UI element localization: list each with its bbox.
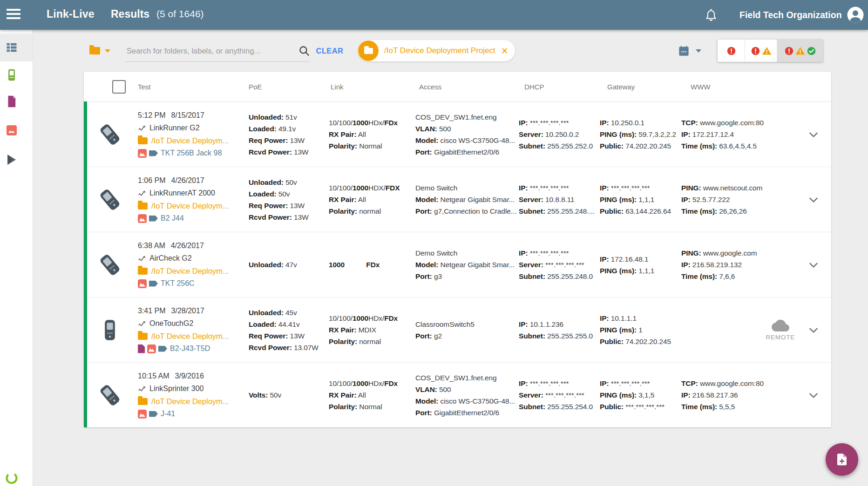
expand-chevron-icon[interactable]	[807, 128, 821, 142]
result-time: 5:12 PM	[138, 111, 166, 120]
sidebar-item-photos-image[interactable]	[0, 116, 33, 144]
folder-icon	[138, 137, 148, 144]
cable-test-icon	[138, 254, 146, 263]
poe-cell: Volts: 50v	[247, 389, 327, 401]
status-filter-group	[718, 40, 823, 62]
date-range-dropdown[interactable]	[678, 40, 701, 61]
tag-icons	[138, 344, 167, 353]
image-icon	[138, 149, 147, 158]
main-content: CLEAR /IoT Device Deployment Project ✕ T…	[33, 30, 868, 486]
sidebar-item-app-play[interactable]	[0, 146, 33, 174]
status-filter-error[interactable]	[718, 40, 745, 62]
account-avatar-icon[interactable]	[847, 6, 864, 24]
folder-link[interactable]: /IoT Device Deploym...	[138, 135, 247, 147]
image-icon	[138, 279, 147, 288]
dhcp-cell: IP: 10.1.1.236Subnet: 255.255.255.0	[517, 318, 598, 342]
www-cell: TCP: www.google.com:80IP: 172.217.12.4Ti…	[679, 117, 796, 152]
sidebar-item-reports-document[interactable]	[0, 88, 33, 115]
device-model: LinkRunner G2	[149, 124, 200, 132]
column-header-poe: PoE	[247, 83, 329, 91]
tag-icons	[138, 214, 158, 223]
photos-image-icon	[5, 124, 18, 137]
remote-indicator: REMOTE	[766, 319, 795, 341]
folder-icon	[89, 47, 100, 54]
app-play-icon	[5, 153, 18, 166]
filter-toolbar: CLEAR /IoT Device Deployment Project ✕	[33, 30, 868, 72]
reports-document-icon	[5, 95, 18, 108]
linksprinter-300-device-icon	[93, 378, 127, 412]
tag-link[interactable]: B2 J44	[138, 212, 247, 225]
status-filter-error-warning[interactable]	[745, 40, 777, 62]
table-row: 10:15 AM 3/9/2016 LinkSprinter 300 /IoT …	[84, 363, 831, 427]
link-live-app: Link-Live Results (5 of 1646) Field Tech…	[0, 0, 868, 486]
folder-link[interactable]: /IoT Device Deploym...	[138, 200, 247, 212]
poe-cell: Unloaded: 45vLoaded: 44.41vReq Power: 13…	[247, 307, 327, 353]
cloud-icon	[771, 319, 790, 333]
folder-link[interactable]: /IoT Device Deploym...	[138, 395, 247, 408]
linkrunner-at-2000-device-icon	[93, 182, 127, 216]
expand-chevron-icon[interactable]	[807, 388, 821, 402]
gateway-cell: IP: 10.1.1.1PING (ms): 1Public: 74.202.2…	[598, 312, 679, 347]
chevron-down-icon	[105, 49, 110, 53]
column-header-www: WWW	[689, 83, 807, 91]
folder-path: /IoT Device Deploym...	[151, 397, 229, 406]
page-title: Results	[111, 8, 149, 20]
notifications-bell-icon[interactable]	[704, 8, 718, 22]
dhcp-cell: IP: ***.***.***.***Server: ***.***.***.*…	[517, 378, 598, 412]
tag-link[interactable]: B2-J43-T5D	[138, 343, 247, 355]
netscout-ring-logo	[5, 472, 18, 485]
folder-filter-dropdown[interactable]	[89, 40, 110, 61]
result-time: 10:15 AM	[138, 372, 170, 380]
add-result-fab-button[interactable]	[826, 443, 858, 476]
select-all-checkbox[interactable]	[112, 80, 126, 94]
folder-link[interactable]: /IoT Device Deploym...	[138, 265, 247, 277]
tag-icons	[138, 279, 158, 288]
tag-link[interactable]: TKT 256B Jack 98	[138, 147, 247, 160]
organization-name: Field Tech Organization	[739, 10, 842, 20]
www-cell: REMOTE	[679, 319, 796, 341]
tag-link[interactable]: TKT 256C	[138, 277, 247, 290]
search-bar	[126, 40, 310, 62]
tag-label: TKT 256B Jack 98	[161, 149, 222, 157]
device-model: LinkRunnerAT 2000	[149, 189, 215, 197]
status-success-icon	[807, 46, 816, 56]
folder-circle-icon	[358, 40, 379, 61]
device-model: LinkSprinter 300	[149, 385, 204, 393]
app-bar: Link-Live Results (5 of 1646) Field Tech…	[0, 0, 868, 30]
sidebar-item-units-device[interactable]	[0, 61, 33, 89]
status-filter-error-warning-success[interactable]	[777, 40, 823, 62]
status-error-icon	[784, 46, 794, 56]
device-model: OneTouchG2	[149, 319, 193, 328]
link-cell: 10/100/1000HDx/FDxRX Pair: AllPolarity: …	[327, 117, 414, 152]
link-cell: 1000 FDx	[327, 259, 414, 270]
column-header-gateway: Gateway	[605, 83, 689, 91]
search-input[interactable]	[126, 46, 295, 56]
hamburger-menu-icon[interactable]	[7, 9, 21, 21]
expand-chevron-icon[interactable]	[807, 258, 821, 272]
link-cell: 10/100/1000HDx/FDxRX Pair: MDIXPolarity:…	[327, 312, 414, 347]
expand-chevron-icon[interactable]	[807, 193, 821, 207]
poe-cell: Unloaded: 50vLoaded: 50vReq Power: 13WRc…	[247, 176, 327, 223]
access-cell: COS_DEV_SW1.fnet.engVLAN: 500Model: cisc…	[414, 111, 517, 158]
clear-filters-button[interactable]: CLEAR	[313, 40, 346, 61]
folder-chip-label: /IoT Device Deployment Project	[384, 46, 495, 55]
sidebar-item-results-list[interactable]	[0, 34, 33, 61]
folder-link[interactable]: /IoT Device Deploym...	[138, 330, 247, 343]
folder-path: /IoT Device Deploym...	[151, 332, 229, 341]
table-body: 5:12 PM 8/15/2017 LinkRunner G2 /IoT Dev…	[84, 102, 831, 427]
image-icon	[138, 214, 147, 223]
aircheck-g2-device-icon	[93, 248, 127, 282]
results-table-card: Test PoE Link Access DHCP Gateway WWW 5:…	[84, 72, 831, 427]
gateway-cell: IP: 10.250.0.1PING (ms): 59.7,3.2,2.2Pub…	[598, 117, 679, 152]
magnifier-icon[interactable]	[298, 45, 310, 57]
close-x-icon[interactable]: ✕	[501, 47, 509, 55]
result-date: 4/26/2017	[171, 176, 204, 185]
organization-selector[interactable]: Field Tech Organization	[739, 0, 861, 30]
folder-filter-chip[interactable]: /IoT Device Deployment Project ✕	[358, 40, 515, 61]
label-icon	[149, 216, 158, 222]
tag-link[interactable]: J-41	[138, 408, 247, 420]
folder-path: /IoT Device Deploym...	[151, 202, 229, 210]
expand-chevron-icon[interactable]	[807, 323, 821, 337]
tag-label: B2 J44	[161, 214, 184, 223]
results-list-icon	[5, 41, 18, 54]
